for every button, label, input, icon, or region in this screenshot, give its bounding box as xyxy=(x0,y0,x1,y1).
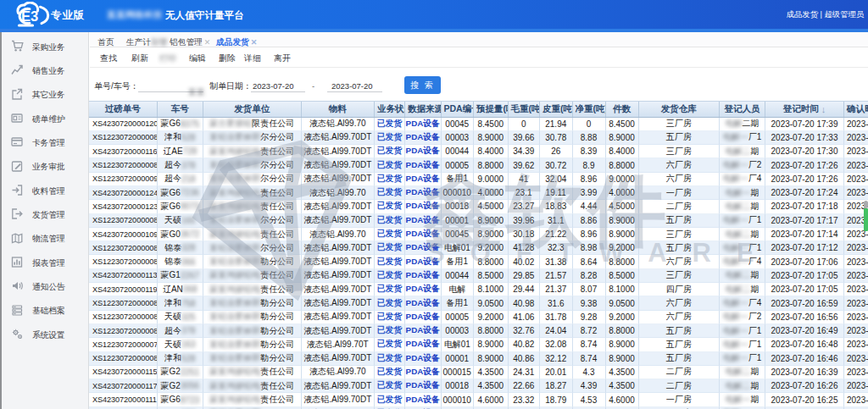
svg-text:E3: E3 xyxy=(21,8,38,23)
